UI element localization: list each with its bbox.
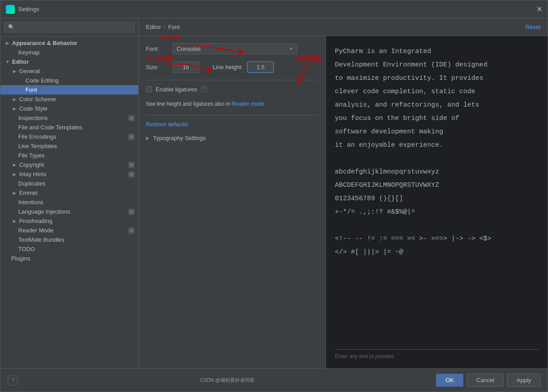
info-text: See line height and ligatures also in xyxy=(146,101,230,107)
apply-button[interactable]: Apply xyxy=(507,374,540,387)
sidebar-item-label: Editor xyxy=(12,58,29,65)
sidebar-item-file-encodings[interactable]: File Encodings⊟ xyxy=(0,132,138,141)
preview-line: Development Environment (IDE) designed xyxy=(335,58,539,72)
sidebar-item-label: Language Injections xyxy=(18,208,70,215)
font-dropdown[interactable]: Consolas ▼ xyxy=(173,43,297,54)
sidebar-item-todo[interactable]: TODO xyxy=(0,244,138,254)
sidebar-item-file-types[interactable]: File Types xyxy=(0,151,138,160)
reset-button[interactable]: Reset xyxy=(525,24,540,30)
tree-indicator-icon: ⊟ xyxy=(128,171,135,177)
sidebar-item-intentions[interactable]: Intentions xyxy=(0,198,138,207)
sidebar-item-reader-mode[interactable]: Reader Mode⊟ xyxy=(0,226,138,235)
size-input[interactable] xyxy=(173,62,199,73)
sidebar-item-live-templates[interactable]: Live Templates xyxy=(0,141,138,151)
sidebar-item-color-scheme[interactable]: ▶Color Scheme xyxy=(0,95,138,104)
typography-settings-label: Typography Settings xyxy=(153,135,206,141)
cancel-button[interactable]: Cancel xyxy=(467,374,503,387)
sidebar-item-label: File Types xyxy=(18,152,45,159)
size-lineheight-row: Size: Line height: xyxy=(146,62,318,73)
settings-window: Settings ✕ ▶Appearance & BehaviorKeymap▼… xyxy=(0,0,548,392)
sidebar-item-general[interactable]: ▶General xyxy=(0,66,138,76)
info-text-row: See line height and ligatures also in Re… xyxy=(146,100,318,108)
sidebar-item-inlay-hints[interactable]: ▶Inlay Hints⊟ xyxy=(0,169,138,179)
sidebar-item-code-editing[interactable]: Code Editing xyxy=(0,76,138,85)
sidebar-item-font[interactable]: Font xyxy=(0,85,138,95)
preview-line: software development making xyxy=(335,125,539,139)
sidebar-item-file-code-templates[interactable]: File and Code Templates xyxy=(0,123,138,132)
sidebar-item-label: Emmet xyxy=(19,190,37,196)
preview-line: abcdefghijklmnopqrstuvwxyz xyxy=(335,165,539,179)
typography-settings-row[interactable]: ▶ Typography Settings xyxy=(146,135,318,141)
main-panel: Editor › Font Reset 1字体选择 xyxy=(139,18,548,368)
tree-arrow-icon: ▶ xyxy=(11,97,18,102)
enable-ligatures-checkbox[interactable] xyxy=(146,86,152,92)
breadcrumb-separator: › xyxy=(164,24,165,30)
sidebar-search-container xyxy=(0,18,138,37)
sidebar-item-textmate-bundles[interactable]: TextMate Bundles xyxy=(0,235,138,244)
sidebar-tree: ▶Appearance & BehaviorKeymap▼Editor▶Gene… xyxy=(0,37,138,368)
sidebar-item-editor[interactable]: ▼Editor xyxy=(0,57,138,66)
help-button[interactable]: ? xyxy=(8,375,18,386)
settings-panel: 1字体选择 2大小设置 3行的间距 xyxy=(139,36,326,368)
sidebar-item-label: Code Editing xyxy=(25,77,58,84)
typography-arrow-icon: ▶ xyxy=(146,136,149,140)
line-height-label: Line height: xyxy=(213,64,243,70)
sidebar-item-inspections[interactable]: Inspections⊟ xyxy=(0,113,138,123)
tree-indicator-icon: ⊟ xyxy=(128,209,135,215)
sidebar-item-label: Reader Mode xyxy=(18,227,54,234)
csdn-watermark: CSDN @编程爱好者阿新 xyxy=(198,376,256,384)
sidebar-item-code-style[interactable]: ▶Code Style xyxy=(0,104,138,113)
breadcrumb-font: Font xyxy=(168,24,180,30)
preview-line: it an enjoyable experience. xyxy=(335,139,539,152)
tree-arrow-icon: ▶ xyxy=(4,41,11,45)
search-input[interactable] xyxy=(4,22,135,33)
sidebar-item-label: Keymap xyxy=(18,49,40,56)
preview-line: </> #[ |||> |= ~@ xyxy=(335,246,539,259)
preview-line: to maximize productivity. It provides xyxy=(335,72,539,85)
tree-indicator-icon: ⊟ xyxy=(128,227,135,234)
font-label: Font: xyxy=(146,45,168,52)
sidebar-item-proofreading[interactable]: ▶Proofreading xyxy=(0,216,138,226)
sidebar-item-label: Proofreading xyxy=(19,218,52,224)
ligatures-help-icon[interactable]: ? xyxy=(201,86,208,93)
bottom-buttons: OK Cancel Apply xyxy=(436,374,540,387)
sidebar-item-label: Appearance & Behavior xyxy=(12,40,78,46)
sidebar-item-plugins[interactable]: Plugins xyxy=(0,254,138,263)
main-body: 1字体选择 2大小设置 3行的间距 xyxy=(139,36,548,368)
sidebar-item-language-injections[interactable]: Language Injections⊟ xyxy=(0,207,138,216)
ok-button[interactable]: OK xyxy=(436,374,463,387)
tree-arrow-icon: ▶ xyxy=(11,190,18,195)
sidebar-item-copyright[interactable]: ▶Copyright⊟ xyxy=(0,160,138,169)
enable-ligatures-label: Enable ligatures xyxy=(156,86,197,93)
sidebar-item-emmet[interactable]: ▶Emmet xyxy=(0,188,138,198)
close-button[interactable]: ✕ xyxy=(536,5,542,13)
sidebar-item-label: File and Code Templates xyxy=(18,124,82,131)
bottom-bar: ? CSDN @编程爱好者阿新 OK Cancel Apply xyxy=(0,368,548,392)
tree-indicator-icon: ⊟ xyxy=(128,134,135,140)
preview-text-area[interactable]: PyCharm is an IntegratedDevelopment Envi… xyxy=(335,45,539,346)
sidebar-item-label: Color Scheme xyxy=(19,96,56,103)
tree-arrow-icon: ▶ xyxy=(11,219,18,223)
sidebar-item-label: Plugins xyxy=(11,255,30,262)
sidebar-item-label: Font xyxy=(25,87,37,93)
preview-line xyxy=(335,152,539,165)
sidebar-item-keymap[interactable]: Keymap xyxy=(0,48,138,57)
preview-line: 0123456789 (){}[] xyxy=(335,192,539,206)
reader-mode-link[interactable]: Reader mode xyxy=(232,101,264,107)
tree-indicator-icon: ⊟ xyxy=(128,162,135,168)
sidebar-item-label: General xyxy=(19,68,40,74)
sidebar-item-label: TODO xyxy=(18,246,35,252)
divider-2 xyxy=(146,115,318,116)
titlebar: Settings ✕ xyxy=(0,0,548,18)
preview-panel: PyCharm is an IntegratedDevelopment Envi… xyxy=(326,36,548,368)
tree-arrow-icon: ▼ xyxy=(4,59,11,64)
preview-line: analysis, and refactorings, and lets xyxy=(335,99,539,112)
content-area: ▶Appearance & BehaviorKeymap▼Editor▶Gene… xyxy=(0,18,548,368)
sidebar-item-duplicates[interactable]: Duplicates xyxy=(0,179,138,188)
line-height-input[interactable] xyxy=(247,62,274,73)
sidebar-item-appearance-behavior[interactable]: ▶Appearance & Behavior xyxy=(0,38,138,48)
preview-line xyxy=(335,219,539,232)
preview-line: <!-- -- != := === >= >- >==> |-> -> <$> xyxy=(335,232,539,246)
restore-defaults-link[interactable]: Restore defaults xyxy=(146,121,318,128)
annotation-1: 1字体选择 xyxy=(157,36,181,40)
